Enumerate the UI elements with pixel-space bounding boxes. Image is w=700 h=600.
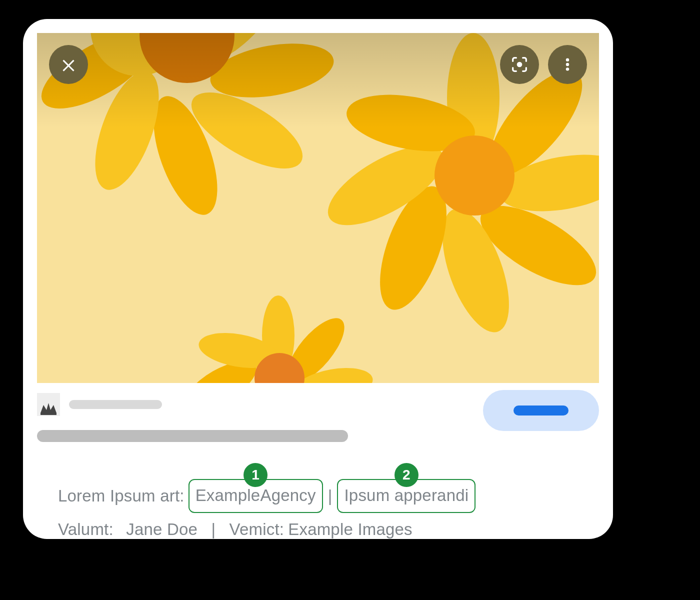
callout-1-highlight: 1 ExampleAgency [188, 479, 323, 513]
more-button[interactable] [548, 45, 587, 84]
credit-prefix: Lorem Ipsum art: [58, 482, 184, 510]
credit-apperandi: Ipsum apperandi [344, 486, 468, 504]
credit-label: Vemict: [230, 516, 284, 539]
close-button[interactable] [49, 45, 88, 84]
lens-button[interactable] [500, 45, 539, 84]
favicon-placeholder [37, 393, 60, 416]
svg-point-2 [566, 63, 569, 66]
callout-2-highlight: 2 Ipsum apperandi [337, 479, 476, 513]
image-result-card: Lorem Ipsum art: 1 ExampleAgency | 2 Ips… [23, 19, 613, 539]
credit-name: Example Images [288, 516, 412, 539]
credit-separator: | [327, 482, 334, 510]
source-name-skeleton [69, 400, 162, 409]
action-pill-label-skeleton [514, 406, 568, 416]
creator-name: Jane Doe [126, 516, 198, 539]
hero-image [37, 33, 599, 383]
more-vert-icon [560, 56, 576, 72]
credit-separator: | [210, 516, 216, 539]
close-icon [60, 56, 78, 74]
svg-point-3 [566, 68, 569, 70]
image-credits: Lorem Ipsum art: 1 ExampleAgency | 2 Ips… [58, 479, 608, 539]
result-meta [37, 393, 599, 442]
creator-label: Valumt: [58, 516, 114, 539]
action-pill[interactable] [483, 390, 599, 431]
svg-point-0 [517, 62, 522, 68]
svg-point-1 [566, 58, 569, 61]
credit-agency: ExampleAgency [196, 486, 316, 504]
callout-badge-2: 2 [394, 463, 418, 487]
callout-badge-1: 1 [244, 463, 268, 487]
lens-icon [510, 54, 530, 74]
title-skeleton [37, 430, 348, 442]
